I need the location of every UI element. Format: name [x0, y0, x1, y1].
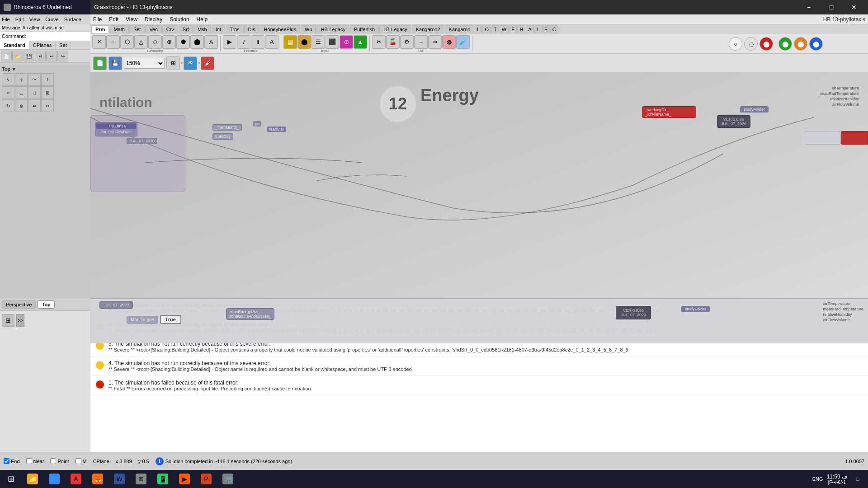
- tb-print[interactable]: 🖨: [35, 51, 46, 61]
- tab-msh[interactable]: Msh: [193, 25, 211, 33]
- cb-m[interactable]: [75, 458, 81, 464]
- checkbox-m[interactable]: M: [75, 458, 87, 464]
- taskbar-acrobat[interactable]: A: [65, 470, 87, 488]
- vp-label-perspective[interactable]: Perspective: [2, 300, 36, 309]
- cb-point[interactable]: [50, 458, 56, 464]
- taskbar-word[interactable]: W: [108, 470, 130, 488]
- gray-partial-node[interactable]: [805, 131, 841, 145]
- taskbar-firefox[interactable]: 🦊: [87, 470, 108, 488]
- curve-tool[interactable]: 〜: [28, 73, 41, 86]
- vp-label-top[interactable]: Top: [38, 300, 54, 309]
- prim-4[interactable]: A: [265, 35, 278, 49]
- gh-tool-4[interactable]: △: [134, 35, 148, 49]
- gh-new-doc[interactable]: 📄: [93, 56, 107, 70]
- grid-expand[interactable]: >>: [16, 314, 24, 327]
- gh-tool-8[interactable]: ⬤: [190, 35, 204, 49]
- util-2[interactable]: 🍒: [386, 35, 400, 49]
- tab-trns[interactable]: Trns: [226, 25, 244, 33]
- input-4[interactable]: ⬛: [326, 35, 339, 49]
- util-7[interactable]: 🧪: [456, 35, 470, 49]
- tab-cplanes[interactable]: CPlanes: [29, 41, 56, 49]
- maximize-button[interactable]: □: [821, 0, 842, 14]
- tb-save[interactable]: 💾: [24, 51, 34, 61]
- line-tool[interactable]: /: [41, 73, 54, 86]
- gh-tool-2[interactable]: ○: [106, 35, 120, 49]
- tab-l2[interactable]: L: [534, 25, 542, 33]
- tab-t[interactable]: T: [491, 25, 499, 33]
- tab-kangaroo[interactable]: Kangaroo: [445, 25, 475, 33]
- menu-curve[interactable]: Curve: [45, 17, 58, 22]
- input-5[interactable]: ⊙: [340, 35, 353, 49]
- tab-c[interactable]: C: [550, 25, 558, 33]
- grid-icon[interactable]: ⊞: [2, 314, 14, 327]
- circle-tool[interactable]: ○: [2, 86, 14, 99]
- zoom-select[interactable]: 150% 100% 75% 200%: [124, 58, 165, 69]
- scale-tool[interactable]: ⊗: [15, 99, 28, 112]
- gh-menu-display[interactable]: Display: [145, 16, 162, 23]
- paint-icon[interactable]: 🖌: [201, 56, 214, 70]
- taskbar-misc1[interactable]: ✉: [130, 470, 152, 488]
- notification-area[interactable]: □: [851, 470, 864, 488]
- tab-w[interactable]: W: [500, 25, 509, 33]
- input-1[interactable]: ▤: [283, 35, 297, 49]
- taskbar-files[interactable]: 📁: [22, 470, 43, 488]
- gh-node-jul[interactable]: JUL_07_2020: [127, 138, 157, 144]
- menu-surface[interactable]: Surface: [64, 17, 81, 22]
- mesh-tool[interactable]: ⊞: [41, 86, 54, 99]
- tb-open[interactable]: 📂: [12, 51, 23, 61]
- util-1[interactable]: ✂: [372, 35, 386, 49]
- trim-tool[interactable]: ✂: [41, 99, 54, 112]
- minimize-button[interactable]: −: [798, 0, 819, 14]
- gh-node-studyfolder[interactable]: studyFolder: [740, 106, 769, 113]
- tab-set[interactable]: Set: [129, 25, 145, 33]
- menu-file[interactable]: File: [2, 17, 10, 22]
- sphere-orange[interactable]: ⬤: [794, 37, 807, 51]
- gh-menu-edit[interactable]: Edit: [109, 16, 118, 23]
- tab-srf[interactable]: Srf: [179, 25, 193, 33]
- tab-prm[interactable]: Prm: [91, 25, 109, 33]
- tb-new[interactable]: 📄: [1, 51, 12, 61]
- tab-a[interactable]: A: [526, 25, 533, 33]
- menu-view[interactable]: View: [29, 17, 40, 22]
- gh-tool-9[interactable]: A: [204, 35, 218, 49]
- sphere-red[interactable]: ⬤: [760, 37, 773, 51]
- tb-redo[interactable]: ↪: [57, 51, 68, 61]
- tab-f[interactable]: F: [542, 25, 550, 33]
- checkbox-end[interactable]: End: [4, 458, 20, 464]
- tab-honeybee[interactable]: HoneybeePlus: [259, 25, 300, 33]
- taskbar-rhino-app[interactable]: 🦏: [217, 470, 239, 488]
- select-tool[interactable]: ↖: [2, 73, 14, 86]
- prim-2[interactable]: 7: [237, 35, 250, 49]
- taskbar-misc2[interactable]: 📱: [152, 470, 174, 488]
- box-tool[interactable]: □: [28, 86, 41, 99]
- checkbox-near[interactable]: Near: [26, 458, 44, 464]
- taskbar-chrome[interactable]: 🌐: [43, 470, 65, 488]
- tab-e[interactable]: E: [509, 25, 517, 33]
- cb-near[interactable]: [26, 458, 32, 464]
- tab-math[interactable]: Math: [109, 25, 128, 33]
- tab-h[interactable]: H: [517, 25, 525, 33]
- taskbar-ppt[interactable]: P: [195, 470, 217, 488]
- gh-menu-solution[interactable]: Solution: [170, 16, 189, 23]
- red-partial-node[interactable]: [841, 131, 868, 145]
- sphere-green[interactable]: ⬤: [778, 37, 792, 51]
- util-5[interactable]: ⇒: [428, 35, 442, 49]
- tab-l[interactable]: L: [475, 25, 482, 33]
- input-6[interactable]: ▲: [354, 35, 367, 49]
- util-3[interactable]: ⚙: [400, 35, 414, 49]
- tab-hb-legacy[interactable]: HB-Legacy: [316, 25, 349, 33]
- tab-o[interactable]: O: [482, 25, 491, 33]
- gh-node-workingdir[interactable]: _workingDir_ _idfFileName_: [642, 106, 696, 118]
- prim-1[interactable]: ▶: [223, 35, 236, 49]
- viewport-dropdown-arrow[interactable]: ▼: [11, 66, 16, 72]
- arc-tool[interactable]: ◡: [15, 86, 28, 99]
- sphere-white[interactable]: ○: [729, 37, 742, 51]
- gh-menu-file[interactable]: File: [93, 16, 102, 23]
- gh-tool-7[interactable]: ⬟: [176, 35, 190, 49]
- input-2[interactable]: ⬤: [297, 35, 311, 49]
- sphere-blue[interactable]: ⬤: [809, 37, 823, 51]
- sphere-white2[interactable]: ◌: [744, 37, 758, 51]
- gh-node-frommonth[interactable]: _fromMonth_: [212, 124, 242, 131]
- gh-menu-help[interactable]: Help: [197, 16, 208, 23]
- tab-set[interactable]: Set: [56, 41, 71, 49]
